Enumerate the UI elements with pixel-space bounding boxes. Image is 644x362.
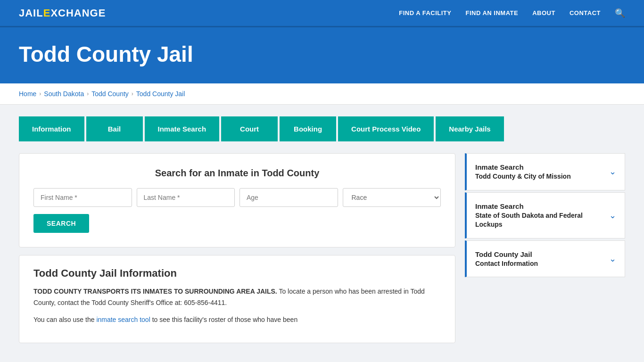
right-sidebar: Inmate Search Todd County & City of Miss… [465, 153, 625, 343]
main-content: Search for an Inmate in Todd County Race… [0, 141, 644, 362]
info-bold-text: TODD COUNTY TRANSPORTS ITS INMATES TO SU… [33, 288, 277, 295]
breadcrumb-sep-1: › [39, 90, 41, 97]
tab-information[interactable]: Information [19, 116, 84, 141]
sidebar-card-title-sd: Inmate Search State of South Dakota and … [475, 201, 609, 230]
sidebar-card-top-label-todd: Inmate Search [475, 162, 571, 172]
breadcrumb-bar: Home › South Dakota › Todd County › Todd… [0, 83, 644, 105]
tab-inmate-search[interactable]: Inmate Search [145, 116, 220, 141]
info-title: Todd County Jail Information [33, 267, 441, 280]
chevron-down-icon: ⌄ [609, 166, 616, 177]
breadcrumb-sep-2: › [87, 90, 89, 97]
nav-about[interactable]: ABOUT [532, 9, 555, 16]
tab-bar: Information Bail Inmate Search Court Boo… [0, 105, 644, 141]
nav-links: FIND A FACILITY FIND AN INMATE ABOUT CON… [399, 8, 625, 18]
info-paragraph-2-suffix: to see this facility's roster of those w… [150, 316, 297, 323]
breadcrumb-todd-county[interactable]: Todd County [91, 90, 129, 98]
search-button[interactable]: SEARCH [33, 214, 89, 233]
info-paragraph-2: You can also use the inmate search tool … [33, 314, 441, 326]
nav-find-facility[interactable]: FIND A FACILITY [399, 9, 451, 16]
nav-find-inmate[interactable]: FIND AN INMATE [465, 9, 518, 16]
age-input[interactable] [239, 188, 338, 207]
sidebar-card-title-todd: Inmate Search Todd County & City of Miss… [475, 162, 571, 181]
sidebar-card-sub-label-sd: State of South Dakota and Federal Lockup… [475, 211, 609, 230]
sidebar-card-header-contact[interactable]: Todd County Jail Contact Information ⌄ [467, 241, 625, 277]
brand-logo[interactable]: JAILEXCHANGE [19, 7, 106, 19]
sidebar-card-inmate-search-sd: Inmate Search State of South Dakota and … [465, 192, 625, 239]
hero-banner: Todd County Jail [0, 27, 644, 83]
sidebar-card-top-label-contact: Todd County Jail [475, 249, 538, 259]
tab-nearby-jails[interactable]: Nearby Jails [436, 116, 504, 141]
nav-contact[interactable]: CONTACT [570, 9, 601, 16]
search-title: Search for an Inmate in Todd County [33, 168, 441, 179]
left-column: Search for an Inmate in Todd County Race… [19, 153, 455, 343]
breadcrumb: Home › South Dakota › Todd County › Todd… [19, 90, 625, 98]
race-select[interactable]: Race White Black Hispanic Asian Native A… [343, 188, 441, 207]
sidebar-card-header-todd[interactable]: Inmate Search Todd County & City of Miss… [467, 154, 625, 190]
info-paragraph-1: TODD COUNTY TRANSPORTS ITS INMATES TO SU… [33, 286, 441, 309]
sidebar-card-sub-label-todd: Todd County & City of Mission [475, 172, 571, 181]
sidebar-card-top-label-sd: Inmate Search [475, 201, 609, 211]
tab-court[interactable]: Court [221, 116, 278, 141]
tab-booking[interactable]: Booking [280, 116, 336, 141]
breadcrumb-home[interactable]: Home [19, 90, 36, 98]
breadcrumb-current: Todd County Jail [136, 90, 185, 98]
chevron-down-icon-3: ⌄ [609, 254, 616, 264]
sidebar-card-title-contact: Todd County Jail Contact Information [475, 249, 538, 269]
chevron-down-icon-2: ⌄ [609, 210, 616, 221]
info-box: Todd County Jail Information TODD COUNTY… [19, 255, 455, 343]
last-name-input[interactable] [137, 188, 235, 207]
breadcrumb-sep-3: › [132, 90, 133, 97]
tab-court-process-video[interactable]: Court Process Video [338, 116, 434, 141]
first-name-input[interactable] [33, 188, 132, 207]
breadcrumb-south-dakota[interactable]: South Dakota [44, 90, 84, 98]
navigation: JAILEXCHANGE FIND A FACILITY FIND AN INM… [0, 0, 644, 27]
info-paragraph-2-prefix: You can also use the [33, 316, 96, 323]
search-fields: Race White Black Hispanic Asian Native A… [33, 188, 441, 207]
inmate-search-link[interactable]: inmate search tool [96, 316, 150, 323]
search-icon[interactable]: 🔍 [615, 8, 625, 18]
sidebar-card-contact: Todd County Jail Contact Information ⌄ [465, 240, 625, 278]
sidebar-card-header-sd[interactable]: Inmate Search State of South Dakota and … [467, 193, 625, 238]
tab-bail[interactable]: Bail [86, 116, 143, 141]
sidebar-card-sub-label-contact: Contact Information [475, 259, 538, 269]
sidebar-card-inmate-search-todd: Inmate Search Todd County & City of Miss… [465, 153, 625, 190]
page-title: Todd County Jail [19, 41, 625, 67]
inmate-search-box: Search for an Inmate in Todd County Race… [19, 153, 455, 247]
